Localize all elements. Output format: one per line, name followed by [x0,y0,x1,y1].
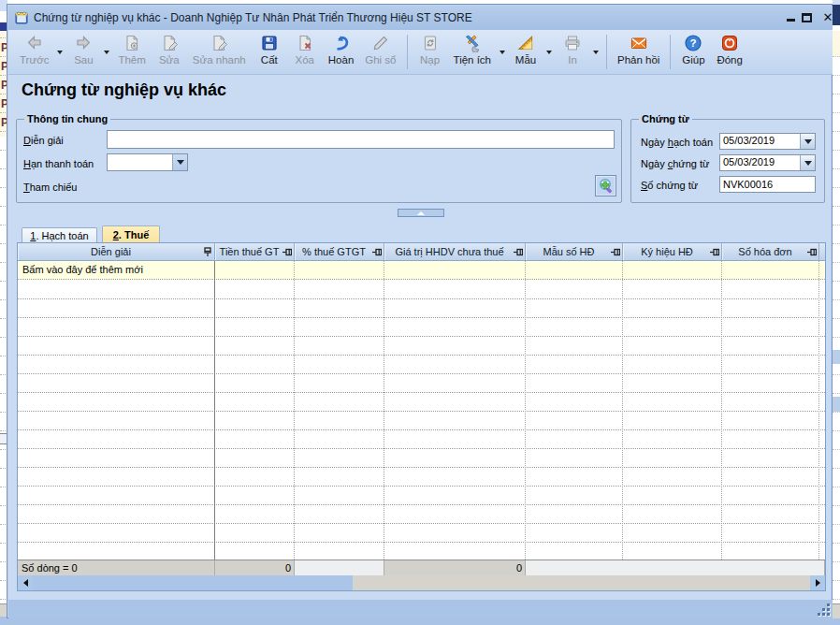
chevron-up-icon [417,211,425,215]
tab-thue[interactable]: 2. Thuế [102,225,160,243]
collapse-panel-handle[interactable] [398,209,444,217]
column-header-label: % thuế GTGT [297,243,371,260]
toolbar-button-phan-hoi[interactable]: Phản hồi [612,30,665,74]
scrollbar-thumb[interactable] [33,575,353,590]
toolbar-button-giup[interactable]: ?Giúp [675,30,711,74]
toolbar-button-cat[interactable]: Cất [252,30,287,74]
document-date-picker[interactable]: 05/03/2019 [719,154,816,171]
new-row-hint: Bấm vào đây để thêm mới [22,261,143,279]
page-title: Chứng từ nghiệp vụ khác [22,80,226,100]
column-header-label: Ký hiệu HĐ [625,243,709,260]
toolbar-button-label: Sau [74,54,93,65]
payment-term-combobox[interactable] [107,153,188,171]
chevron-down-icon [104,51,109,54]
toolbar-button-them: Thêm [112,30,151,74]
grid-body[interactable] [18,280,825,560]
column-header-7[interactable]: Số hóa đơn [722,243,819,260]
maximize-button[interactable] [801,11,814,24]
column-header-6[interactable]: Ký hiệu HĐ [623,243,722,260]
title-bar[interactable]: Chứng từ nghiệp vụ khác - Doanh Nghiệp T… [8,6,833,30]
summary-empty-cell [526,560,825,576]
toolbar-button-label: Xóa [296,54,314,65]
posting-date-picker[interactable]: 05/03/2019 [719,133,816,150]
toolbar-separator [606,35,607,69]
background-window-right-sliver [833,0,840,625]
quick-edit-icon [210,34,228,52]
toolbar-button-sau: Sau [65,30,101,74]
summary-empty-cell [295,560,384,576]
toolbar-button-label: Mẫu [515,54,536,65]
background-right-gray-band [833,603,840,618]
toolbar-button-dong[interactable]: Đóng [711,30,748,74]
posting-date-dropdown-button[interactable] [800,134,815,149]
column-header-label: Tiền thuế GT [217,243,282,260]
toolbar-button-truoc: Trước [14,30,54,74]
resize-grip[interactable] [818,603,831,617]
summary-row-count: Số dòng = 0 [18,560,215,576]
general-info-group-title: Thông tin chung [24,113,110,124]
toolbar-dropdown-tien-ich[interactable] [497,43,508,62]
toolbar-button-xoa: Xóa [287,30,323,74]
scroll-right-button[interactable] [810,575,825,590]
feedback-envelope-icon [630,34,648,52]
description-input[interactable] [107,130,615,149]
chevron-down-icon [57,51,63,54]
toolbar-button-tien-ich[interactable]: Tiện ích [448,30,497,74]
toolbar-button-nap: Nạp [413,30,448,74]
toolbar-dropdown-sau[interactable] [101,43,112,62]
toolbar-button-ghi-so: Ghi sổ [359,30,401,74]
toolbar-button-label: Đóng [717,54,743,65]
tab-hach-toan[interactable]: 1. Hạch toán [22,227,97,243]
toolbar-button-label: Giúp [682,54,704,65]
toolbar-button-label: Hoàn [328,54,355,65]
grid-summary-row: Số dòng = 000 [18,560,825,575]
scroll-left-button[interactable] [18,575,33,590]
help-icon: ? [684,34,702,52]
document-group-title: Chứng từ [639,113,692,124]
document-number-input[interactable]: NVK00016 [719,176,816,193]
grid-new-row[interactable]: Bấm vào đây để thêm mới [18,261,825,280]
toolbar-button-label: Trước [20,54,49,65]
tools-icon [463,34,482,52]
payment-term-dropdown-button[interactable] [172,154,187,170]
toolbar-dropdown-in[interactable] [590,43,601,62]
description-label: Diễn giải [23,135,64,146]
column-header-2[interactable]: Tiền thuế GT [215,243,295,260]
add-document-icon [123,34,141,52]
grid-header-row: Diễn giảiTiền thuế GT% thuế GTGTGiá trị … [18,243,825,261]
save-icon [260,34,279,52]
toolbar-button-sua-nhanh: Sửa nhanh [187,30,252,74]
horizontal-scrollbar[interactable] [18,575,825,590]
toolbar-button-label: Sửa [159,54,180,65]
scroll-right-icon [816,579,820,587]
printer-icon [563,34,582,52]
toolbar-dropdown-truoc[interactable] [54,43,65,62]
chevron-down-icon [804,161,812,166]
column-header-4[interactable]: Giá trị HHDV chưa thuế [384,243,526,260]
close-button[interactable]: ✕ [821,11,834,24]
toolbar-button-label: In [568,54,577,65]
template-icon [516,34,535,52]
chevron-down-icon [177,160,184,165]
document-date-label: Ngày chứng từ [641,158,709,169]
toolbar-button-label: Cất [261,54,278,65]
column-header-3[interactable]: % thuế GTGT [295,243,384,260]
summary-value-total: 0 [384,560,526,576]
column-header-1[interactable]: Diễn giải [18,243,215,260]
toolbar-separator [407,35,408,69]
column-header-label: Giá trị HHDV chưa thuế [386,243,513,260]
summary-tax-total: 0 [215,560,295,576]
window-title: Chứng từ nghiệp vụ khác - Doanh Nghiệp T… [34,6,472,30]
column-header-5[interactable]: Mẫu số HĐ [526,243,623,260]
toolbar-button-label: Sửa nhanh [193,54,246,65]
minimize-button[interactable] [785,11,798,24]
toolbar-button-mau[interactable]: Mẫu [508,30,543,74]
toolbar-button-label: Nạp [420,54,440,65]
posting-date-label: Ngày hạch toán [641,137,713,148]
undo-icon [332,34,351,52]
toolbar-button-hoan[interactable]: Hoàn [323,30,360,74]
add-reference-button[interactable] [595,175,616,196]
toolbar-dropdown-mau[interactable] [543,43,555,62]
toolbar: TrướcSauThêmSửaSửa nhanhCấtXóaHoànGhi sổ… [8,30,833,75]
document-date-dropdown-button[interactable] [800,155,815,170]
